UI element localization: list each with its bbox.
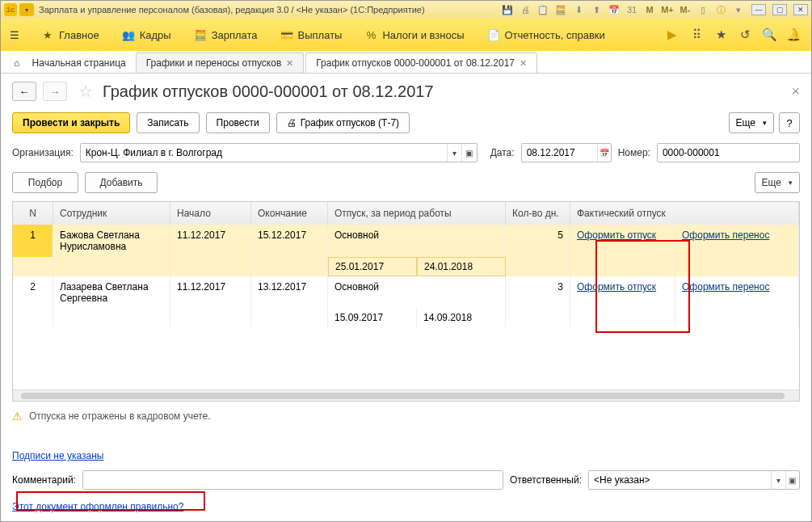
bell-icon[interactable]: 🔔 [785,27,801,43]
doc-up-icon[interactable]: ⬆ [590,3,603,16]
table-subrow: 25.01.2017 24.01.2018 [13,257,799,276]
vacation-table: N Сотрудник Начало Окончание Отпуск, за … [12,201,800,402]
info-icon[interactable]: ⓘ [714,3,727,16]
report-icon: 📄 [487,28,500,41]
menu-taxes[interactable]: %Налоги и взносы [353,19,475,51]
col-n[interactable]: N [13,202,53,225]
menu-salary-label: Зарплата [212,29,258,41]
clipboard-icon[interactable]: 📋 [536,3,549,16]
info-dd-icon[interactable]: ▾ [732,3,745,16]
table-subrow: 15.09.2017 14.09.2018 [13,309,799,326]
back-button[interactable]: ← [12,82,36,101]
date-input[interactable] [522,144,597,162]
cell-employee: Лазарева Светлана Сергеевна [53,276,170,309]
menu-payments[interactable]: 💳Выплаты [269,19,354,51]
more-label: Еще [736,117,755,128]
panel-icon[interactable]: ▯ [696,3,709,16]
tab-bar: ⌂ Начальная страница Графики и переносы … [1,51,811,74]
number-input[interactable] [658,144,799,162]
close-window-button[interactable]: ✕ [793,4,808,15]
number-label: Номер: [618,147,650,158]
save-button[interactable]: Записать [137,112,199,133]
dropdown-icon[interactable]: ▾ [771,471,785,489]
help-button[interactable]: ? [779,112,800,133]
calendar2-icon[interactable]: 📅 [597,144,611,162]
close-icon[interactable]: ✕ [286,58,293,69]
app-dropdown-icon[interactable]: ▾ [19,3,34,16]
dropdown-icon[interactable]: ▾ [447,144,462,162]
org-input[interactable] [81,144,447,162]
tab-home[interactable]: ⌂ Начальная страница [6,53,134,73]
scroll-thumb[interactable] [21,393,785,399]
m-icon[interactable]: M [643,3,656,16]
mminus-icon[interactable]: M- [679,3,692,16]
horizontal-scrollbar[interactable] [13,389,799,401]
forward-button[interactable]: → [43,82,67,101]
tmore-label: Еще [762,177,781,188]
col-vacation[interactable]: Отпуск, за период работы [328,202,506,225]
comment-input[interactable] [83,471,503,489]
maximize-button[interactable]: ▢ [772,4,787,15]
col-days[interactable]: Кол-во дн. [506,202,570,225]
cell-n: 2 [13,276,53,309]
print-button[interactable]: 🖨График отпусков (Т-7) [276,112,410,133]
table-more-button[interactable]: Еще▾ [755,172,800,193]
menu-burger-icon[interactable]: ☰ [6,26,23,44]
doc-down-icon[interactable]: ⬇ [572,3,585,16]
tab-graphics-list[interactable]: Графики и переносы отпусков✕ [136,53,305,73]
save-icon[interactable]: 💾 [501,3,514,16]
app-logo-icon: 1c [4,3,17,16]
more-button[interactable]: Еще▾ [729,112,774,133]
minimize-button[interactable]: — [751,4,766,15]
open-icon[interactable]: ▣ [785,471,799,489]
cell-employee: Бажова Светлана Нурисламовна [53,225,170,257]
cell-n: 1 [13,225,53,257]
table-row[interactable]: 1 Бажова Светлана Нурисламовна 11.12.201… [13,225,799,257]
col-end[interactable]: Окончание [251,202,328,225]
cell-days: 3 [506,276,570,309]
home-icon: ⌂ [14,57,19,69]
menu-reports[interactable]: 📄Отчетность, справки [476,19,616,51]
menu-main-label: Главное [59,29,99,41]
menu-salary[interactable]: 🧮Зарплата [183,19,269,51]
apps-icon[interactable]: ⠿ [688,27,705,43]
menu-main[interactable]: ★Главное [30,19,111,51]
history-icon[interactable]: ↺ [737,27,753,43]
chevron-down-icon: ▾ [763,119,767,127]
select-button[interactable]: Подбор [12,172,78,193]
mplus-icon[interactable]: M+ [661,3,674,16]
col-actual[interactable]: Фактический отпуск [570,202,799,225]
star2-icon[interactable]: ★ [713,27,729,43]
close-icon[interactable]: ✕ [520,58,527,69]
tab-document[interactable]: График отпусков 0000-000001 от 08.12.201… [305,53,537,73]
favorite-icon[interactable]: ☆ [78,82,93,101]
add-button[interactable]: Добавить [85,172,158,193]
responsible-input[interactable] [589,471,771,489]
percent-icon: % [364,28,377,41]
menu-kadry[interactable]: 👥Кадры [111,19,183,51]
star-icon: ★ [41,28,54,41]
create-transfer-link[interactable]: Оформить перенос [682,229,769,241]
printer-icon: 🖨 [287,117,297,128]
close-page-icon[interactable]: × [791,83,800,100]
col-employee[interactable]: Сотрудник [53,202,170,225]
cell-end: 13.12.2017 [251,276,328,309]
table-row[interactable]: 2 Лазарева Светлана Сергеевна 11.12.2017… [13,276,799,309]
post-button[interactable]: Провести [206,112,270,133]
arrow-right-icon[interactable]: ▶ [664,27,680,43]
day-icon[interactable]: 31 [625,3,638,16]
signatures-link[interactable]: Подписи не указаны [12,450,103,461]
menu-rep-label: Отчетность, справки [505,29,605,41]
calendar-icon[interactable]: 📅 [608,3,621,16]
create-vacation-link[interactable]: Оформить отпуск [577,229,656,241]
print-icon[interactable]: 🖨 [519,3,532,16]
feedback-link[interactable]: Этот документ оформлен правильно? [12,501,183,512]
open-icon[interactable]: ▣ [461,144,477,162]
post-and-close-button[interactable]: Провести и закрыть [12,112,130,133]
col-start[interactable]: Начало [170,202,251,225]
search-icon[interactable]: 🔍 [761,27,777,43]
create-vacation-link[interactable]: Оформить отпуск [577,281,656,293]
calc-icon[interactable]: 🧮 [554,3,567,16]
menu-tax-label: Налоги и взносы [382,29,464,41]
create-transfer-link[interactable]: Оформить перенос [682,281,769,293]
